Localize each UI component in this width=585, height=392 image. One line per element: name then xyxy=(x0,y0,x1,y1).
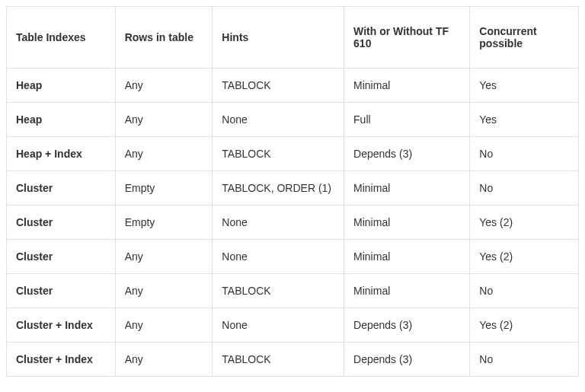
cell-concurrent: No xyxy=(470,137,579,171)
cell-hints: TABLOCK xyxy=(213,343,344,377)
cell-hints: None xyxy=(213,206,344,240)
cell-hints: None xyxy=(213,103,344,137)
table-row: Cluster Empty None Minimal Yes (2) xyxy=(7,206,579,240)
cell-tf610: Full xyxy=(344,103,470,137)
cell-concurrent: Yes (2) xyxy=(470,240,579,274)
col-header-rows-in-table: Rows in table xyxy=(115,7,213,69)
table-header-row: Table Indexes Rows in table Hints With o… xyxy=(7,7,579,69)
cell-concurrent: Yes xyxy=(470,103,579,137)
cell-rows-in-table: Any xyxy=(115,137,213,171)
cell-tf610: Minimal xyxy=(344,240,470,274)
cell-rows-in-table: Any xyxy=(115,240,213,274)
cell-tf610: Minimal xyxy=(344,69,470,103)
cell-hints: TABLOCK xyxy=(213,274,344,308)
table-row: Cluster Empty TABLOCK, ORDER (1) Minimal… xyxy=(7,171,579,206)
cell-tf610: Minimal xyxy=(344,206,470,240)
cell-concurrent: No xyxy=(470,274,579,308)
table-row: Cluster + Index Any None Depends (3) Yes… xyxy=(7,308,579,343)
cell-rows-in-table: Empty xyxy=(115,206,213,240)
cell-rows-in-table: Empty xyxy=(115,171,213,206)
cell-hints: TABLOCK xyxy=(213,137,344,171)
cell-concurrent: Yes (2) xyxy=(470,206,579,240)
cell-table-indexes: Cluster xyxy=(7,171,116,206)
cell-tf610: Depends (3) xyxy=(344,343,470,377)
table-row: Cluster + Index Any TABLOCK Depends (3) … xyxy=(7,343,579,377)
cell-concurrent: Yes xyxy=(470,69,579,103)
col-header-concurrent: Concurrent possible xyxy=(470,7,579,69)
cell-tf610: Minimal xyxy=(344,274,470,308)
cell-rows-in-table: Any xyxy=(115,103,213,137)
table-row: Heap + Index Any TABLOCK Depends (3) No xyxy=(7,137,579,171)
cell-table-indexes: Cluster xyxy=(7,206,116,240)
cell-rows-in-table: Any xyxy=(115,69,213,103)
table-row: Heap Any None Full Yes xyxy=(7,103,579,137)
logging-options-table: Table Indexes Rows in table Hints With o… xyxy=(6,6,579,377)
cell-tf610: Depends (3) xyxy=(344,137,470,171)
cell-tf610: Depends (3) xyxy=(344,308,470,343)
cell-hints: TABLOCK xyxy=(213,69,344,103)
cell-rows-in-table: Any xyxy=(115,274,213,308)
cell-tf610: Minimal xyxy=(344,171,470,206)
cell-table-indexes: Heap xyxy=(7,69,116,103)
cell-table-indexes: Cluster + Index xyxy=(7,343,116,377)
cell-table-indexes: Heap + Index xyxy=(7,137,116,171)
col-header-tf610: With or Without TF 610 xyxy=(344,7,470,69)
cell-concurrent: No xyxy=(470,343,579,377)
col-header-hints: Hints xyxy=(213,7,344,69)
cell-hints: None xyxy=(213,308,344,343)
cell-table-indexes: Heap xyxy=(7,103,116,137)
cell-concurrent: No xyxy=(470,171,579,206)
cell-table-indexes: Cluster xyxy=(7,274,116,308)
cell-rows-in-table: Any xyxy=(115,343,213,377)
table-row: Heap Any TABLOCK Minimal Yes xyxy=(7,69,579,103)
cell-hints: None xyxy=(213,240,344,274)
cell-rows-in-table: Any xyxy=(115,308,213,343)
cell-hints: TABLOCK, ORDER (1) xyxy=(213,171,344,206)
cell-table-indexes: Cluster + Index xyxy=(7,308,116,343)
col-header-table-indexes: Table Indexes xyxy=(7,7,116,69)
cell-concurrent: Yes (2) xyxy=(470,308,579,343)
table-row: Cluster Any None Minimal Yes (2) xyxy=(7,240,579,274)
cell-table-indexes: Cluster xyxy=(7,240,116,274)
table-row: Cluster Any TABLOCK Minimal No xyxy=(7,274,579,308)
